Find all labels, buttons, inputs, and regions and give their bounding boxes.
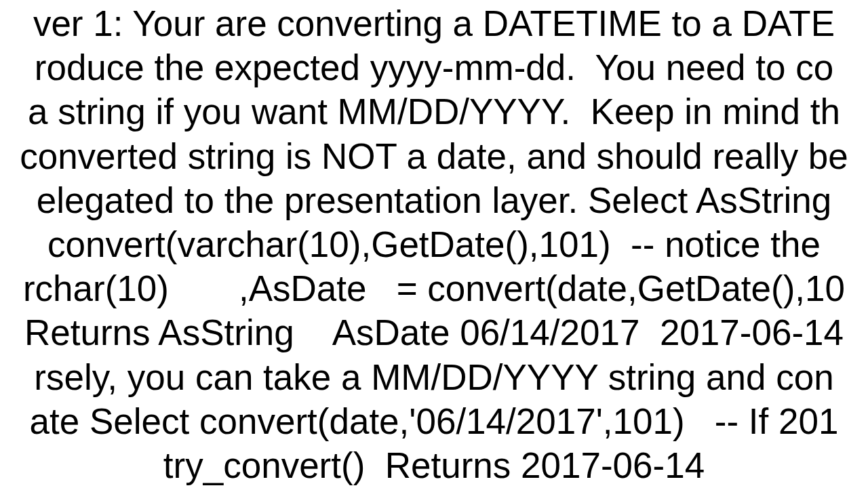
text-line-9: rsely, you can take a MM/DD/YYYY string …	[34, 357, 833, 397]
text-line-2: roduce the expected yyyy-mm-dd. You need…	[35, 47, 833, 87]
text-line-1: ver 1: Your are converting a DATETIME to…	[33, 3, 835, 43]
text-line-8: Returns AsString AsDate 06/14/2017 2017-…	[24, 312, 844, 352]
text-line-3: a string if you want MM/DD/YYYY. Keep in…	[28, 92, 840, 131]
text-line-11: try_convert() Returns 2017-06-14	[163, 445, 705, 485]
document-text: ver 1: Your are converting a DATETIME to…	[20, 0, 848, 487]
text-line-10: ate Select convert(date,'06/14/2017',101…	[30, 401, 839, 441]
text-line-6: convert(varchar(10),GetDate(),101) -- no…	[47, 224, 821, 264]
text-line-5: elegated to the presentation layer. Sele…	[37, 180, 832, 220]
text-line-7: rchar(10) ,AsDate = convert(date,GetDate…	[23, 268, 845, 308]
text-line-4: converted string is NOT a date, and shou…	[20, 136, 848, 176]
